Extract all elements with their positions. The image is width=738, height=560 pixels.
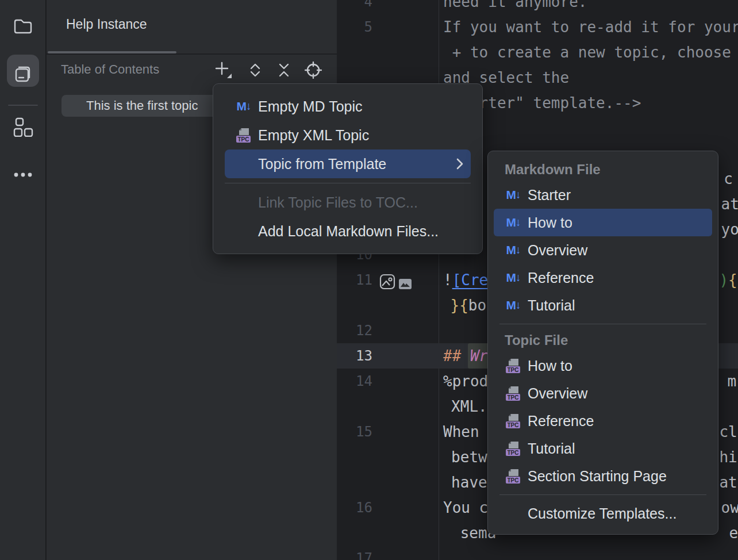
svg-text:TPC: TPC (508, 394, 519, 400)
code-segment: e (729, 520, 738, 546)
submenu-item-label: Tutorial (528, 440, 575, 457)
editor-line-5[interactable]: 5If you want to re-add it for your (337, 14, 738, 40)
md-file-icon: M↓ (237, 99, 251, 113)
line-number: 15 (337, 419, 372, 444)
menu-divider (225, 183, 471, 183)
submenu-item-how-to[interactable]: TPCHow to (494, 352, 712, 379)
submenu-item-label: Section Starting Page (528, 468, 667, 485)
writerside-toc-tool-icon[interactable] (11, 62, 34, 85)
locate-opened-file-button[interactable] (302, 59, 325, 82)
editor-line-17[interactable]: 17 (337, 546, 738, 560)
submenu-item-section-starting-page[interactable]: TPCSection Starting Page (494, 462, 712, 490)
submenu-group-header-markdown-file: Markdown File (488, 158, 718, 181)
menu-item-empty-md-topic[interactable]: M↓Empty MD Topic (225, 92, 471, 121)
code-segment: his (719, 444, 738, 470)
code-segment: cl (719, 419, 737, 444)
menu-item-topic-from-template[interactable]: Topic from Template (225, 149, 471, 178)
submenu-item-tutorial[interactable]: M↓Tutorial (494, 291, 712, 319)
menu-item-add-local-markdown-files[interactable]: Add Local Markdown Files... (225, 217, 471, 246)
md-file-icon: M↓ (235, 99, 252, 113)
active-tab-indicator (48, 51, 176, 53)
submenu-item-label: Reference (528, 413, 594, 429)
menu-item-label: Add Local Markdown Files... (258, 223, 439, 240)
tpc-file-icon: TPC (505, 385, 521, 402)
md-file-icon: M↓ (506, 243, 521, 257)
line-number: 5 (337, 14, 372, 40)
tpc-file-icon: TPC (505, 413, 522, 429)
stripe-divider (8, 105, 38, 106)
editor-line-wrap[interactable]: + to create a new topic, choose t (337, 40, 738, 65)
submenu-item-label: Overview (528, 385, 587, 402)
code-segment: ow (721, 495, 738, 520)
tpc-file-icon: TPC (505, 385, 522, 402)
code-segment: %prod (443, 369, 488, 394)
menu-item-label: Empty MD Topic (258, 98, 363, 115)
code-segment: at (721, 191, 738, 217)
editor-line-4[interactable]: 4need it anymore. (337, 0, 738, 14)
tpc-file-icon: TPC (505, 358, 522, 374)
code-segment: m (727, 369, 736, 394)
expand-all-button[interactable] (244, 59, 267, 82)
submenu-group-header-topic-file: Topic File (488, 329, 718, 352)
toc-toolbar: Table of Contents (47, 55, 337, 86)
tpc-file-icon: TPC (235, 127, 252, 144)
submenu-item-label: Reference (528, 270, 594, 286)
code-segment: ## (443, 343, 461, 369)
svg-text:TPC: TPC (508, 366, 519, 373)
menu-item-empty-xml-topic[interactable]: TPCEmpty XML Topic (225, 121, 471, 149)
code-segment: ) (719, 267, 728, 293)
project-folder-icon[interactable] (11, 15, 34, 38)
md-file-icon: M↓ (506, 188, 521, 202)
code-segment: XML. (451, 394, 487, 419)
submenu-item-reference[interactable]: TPCReference (494, 407, 712, 435)
tpc-file-icon: TPC (505, 468, 521, 485)
add-topic-button[interactable] (212, 59, 235, 82)
code-segment: yo (721, 217, 738, 242)
submenu-item-label: Starter (528, 187, 571, 204)
submenu-item-overview[interactable]: TPCOverview (494, 379, 712, 407)
submenu-item-overview[interactable]: M↓Overview (494, 236, 712, 264)
tool-window-stripe (0, 0, 46, 560)
submenu-item-customize-templates[interactable]: Customize Templates... (494, 500, 712, 527)
code-segment: c (724, 166, 733, 191)
toc-item-label: This is the first topic (86, 95, 198, 117)
more-tool-windows-icon[interactable] (11, 171, 34, 178)
submenu-item-label: Overview (528, 242, 587, 259)
line-number: 4 (337, 0, 372, 14)
submenu-arrow-icon (456, 158, 464, 170)
line-number: 11 (337, 267, 372, 293)
submenu-item-label: Tutorial (528, 297, 575, 314)
submenu-item-tutorial[interactable]: TPCTutorial (494, 435, 712, 462)
submenu-item-starter[interactable]: M↓Starter (494, 181, 712, 209)
tpc-file-icon: TPC (505, 440, 521, 457)
code-segment: { (728, 267, 737, 293)
submenu-item-label: Customize Templates... (528, 505, 676, 522)
submenu-item-label: How to (528, 214, 572, 231)
menu-item-link-topic-files-to-toc: Link Topic Files to TOC... (225, 188, 471, 217)
md-file-icon: M↓ (506, 216, 521, 229)
code-segment: You c (443, 495, 488, 520)
submenu-item-reference[interactable]: M↓Reference (494, 264, 712, 291)
menu-item-label: Link Topic Files to TOC... (258, 194, 418, 211)
line-number: 17 (337, 546, 372, 560)
submenu-item-label: How to (528, 358, 572, 374)
submenu-item-how-to[interactable]: M↓How to (494, 209, 712, 236)
line-number: 13 (337, 343, 372, 369)
tool-window-title-tab[interactable]: Help Instance (66, 17, 147, 32)
toc-toolbar-title: Table of Contents (61, 62, 159, 77)
code-segment: When (443, 419, 479, 444)
md-file-icon: M↓ (505, 243, 522, 257)
code-segment: [Cre (452, 267, 489, 293)
structure-tool-icon[interactable] (13, 117, 33, 137)
code-segment: ! (443, 267, 452, 293)
md-file-icon: M↓ (505, 298, 522, 312)
svg-text:TPC: TPC (508, 449, 519, 455)
md-file-icon: M↓ (505, 216, 522, 229)
svg-text:TPC: TPC (238, 136, 249, 142)
md-file-icon: M↓ (505, 271, 522, 285)
line-number: 14 (337, 369, 372, 394)
code-segment: }{ (451, 293, 468, 318)
submenu-divider (499, 494, 706, 495)
md-file-icon: M↓ (505, 188, 522, 202)
collapse-all-button[interactable] (272, 59, 295, 82)
